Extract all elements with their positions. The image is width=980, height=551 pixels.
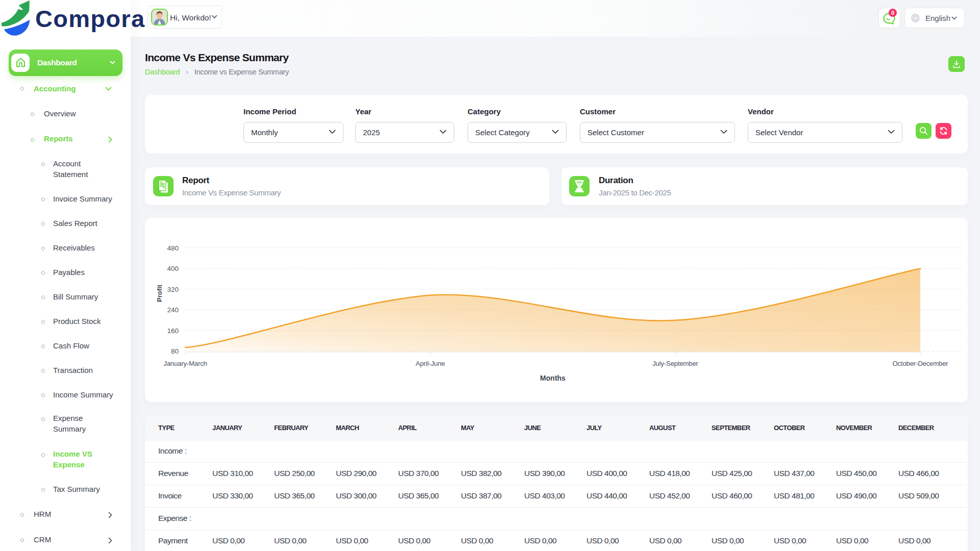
svg-text:160: 160 [167,327,179,335]
svg-text:320: 320 [167,286,179,293]
svg-text:Profit: Profit [156,284,163,302]
svg-text:April-June: April-June [415,360,445,367]
svg-text:Months: Months [540,374,566,382]
svg-text:240: 240 [167,306,179,314]
svg-text:80: 80 [171,347,179,355]
svg-text:October-December: October-December [893,360,949,367]
svg-text:400: 400 [167,265,179,272]
svg-text:480: 480 [167,244,179,252]
svg-text:January-March: January-March [163,360,207,367]
svg-text:July-September: July-September [652,360,698,367]
